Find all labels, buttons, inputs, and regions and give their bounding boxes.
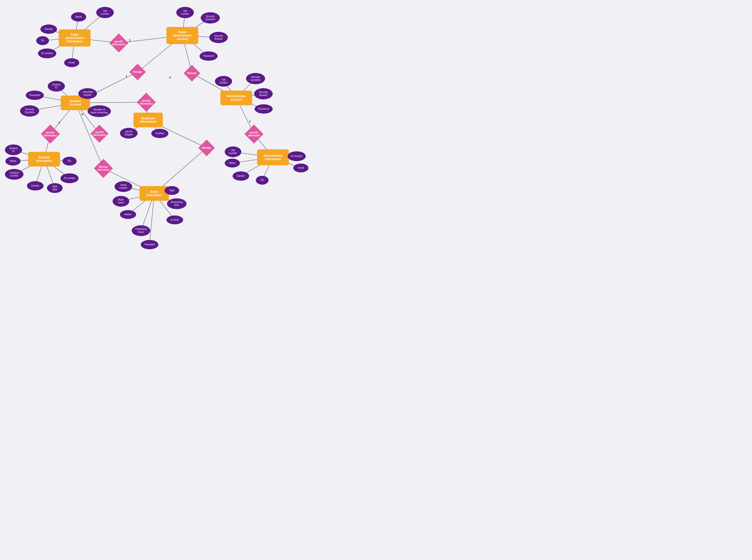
entity-admin_account: Administratoraccount <box>220 91 252 105</box>
attribute-a_sa_class: Classifiedanswer <box>78 88 97 99</box>
attribute-a_saa_seca: SecurityAnswer <box>209 32 228 43</box>
attribute-a_bi_bookn: Bookname <box>113 196 129 207</box>
diamond-d_borrow: Borrowand return <box>94 159 113 178</box>
attribute-a_bi_author: Author <box>120 210 136 219</box>
attribute-a_saa_secq: SecurityQuestion <box>201 12 220 23</box>
attribute-a_si_campus: Campusnumber <box>5 169 23 180</box>
attribute-a_sai_tel: Tel <box>36 36 49 45</box>
attribute-a_bi_rest: Restockingtime <box>167 198 186 209</box>
entity-super_admin_account: Superadministratoraccount <box>166 27 198 44</box>
attribute-a_aa_secq: SecurityQuestion <box>246 73 265 84</box>
attribute-a_aa_seca: SecurityAnswer <box>254 88 273 99</box>
attribute-a_si_birth: Birthdate <box>47 183 63 193</box>
attribute-a_sa_secq: SecurityQuestion <box>20 105 39 117</box>
diamond-d_manage2: Manage <box>184 65 200 82</box>
attribute-a_sai_name: Name <box>71 12 86 22</box>
attribute-a_sa_stid: StudentID <box>48 81 65 92</box>
attribute-a_bi_pubh: Publishinghouse <box>132 225 150 236</box>
svg-text:1: 1 <box>126 75 127 78</box>
attribute-a_sa_pass: Password <box>26 91 44 100</box>
diamond-d_specific1: specificinformation <box>109 34 128 53</box>
attribute-a_bi_serial: Serialnumber <box>115 181 132 192</box>
svg-text:1: 1 <box>58 121 60 125</box>
diamond-d_specific4: specificinformation <box>90 125 108 143</box>
attribute-a_si_name: Name <box>5 157 21 165</box>
entity-student_info: Studentinformation <box>28 152 60 166</box>
attribute-a_ai_idnum: ID number <box>288 151 306 161</box>
attribute-a_sai_id: ID number <box>38 48 56 58</box>
attribute-a_emp_pos: Position <box>151 129 168 138</box>
attribute-a_si_stid: StudentID <box>5 144 22 155</box>
attribute-a_bi_stock: in stock <box>166 216 183 224</box>
attribute-a_si_idnum: ID number <box>60 173 79 183</box>
svg-text:n: n <box>169 76 171 79</box>
attribute-a_saa_pass: Password <box>200 52 218 61</box>
entity-super_admin_info: Superadministratorinformation <box>59 29 90 46</box>
diamond-d_specific5: specificinformatio <box>245 125 264 144</box>
attribute-a_sa_loans: Number ofloans remaining <box>88 105 111 117</box>
svg-line-66 <box>149 194 154 245</box>
diamond-d_manage1: Manage <box>129 64 146 80</box>
attribute-a_aa_jobn: Jobnumber <box>215 76 232 87</box>
attribute-a_ai_jobn: Jobnumber <box>225 146 241 157</box>
svg-text:1: 1 <box>249 120 251 123</box>
attribute-a_si_gender: Gender <box>27 181 44 191</box>
attribute-a_bi_trans: Translator <box>141 240 158 249</box>
entity-book_info: Bookinformation <box>140 186 169 201</box>
attribute-a_aa_pass: Password <box>255 104 273 114</box>
entity-employee_info: Employeeinformation <box>134 113 163 127</box>
entity-admin_info: AdministratorInformation <box>257 149 289 165</box>
svg-text:1: 1 <box>129 38 130 42</box>
attribute-a_saa_jobn: Jobnumber <box>176 7 194 18</box>
attribute-a_sai_gender: Gender <box>40 24 57 34</box>
attribute-a_sai_email: email <box>64 58 79 67</box>
attribute-a_ai_email: email <box>293 164 308 173</box>
attribute-a_ai_name: Name <box>225 159 240 167</box>
diamond-d_specific3: specificinformation <box>41 125 60 144</box>
svg-text:n: n <box>82 113 83 116</box>
diamond-d_manage3: Manage <box>198 140 215 156</box>
attribute-a_emp_jobid: Job ID/Degree <box>120 128 138 139</box>
attribute-a_ai_tel: Tel <box>256 176 268 185</box>
attribute-a_ai_gender: Gender <box>232 172 249 181</box>
er-diagram-canvas: 111nn11nn11 Superadministratorinformatio… <box>0 0 376 280</box>
attribute-a_si_tel: TEL <box>62 157 77 165</box>
attribute-a_sai_jobn: Jobnumber <box>96 7 114 18</box>
diamond-d_specific2: specificinformation <box>137 93 156 112</box>
attribute-a_bi_type: Type <box>164 186 179 195</box>
